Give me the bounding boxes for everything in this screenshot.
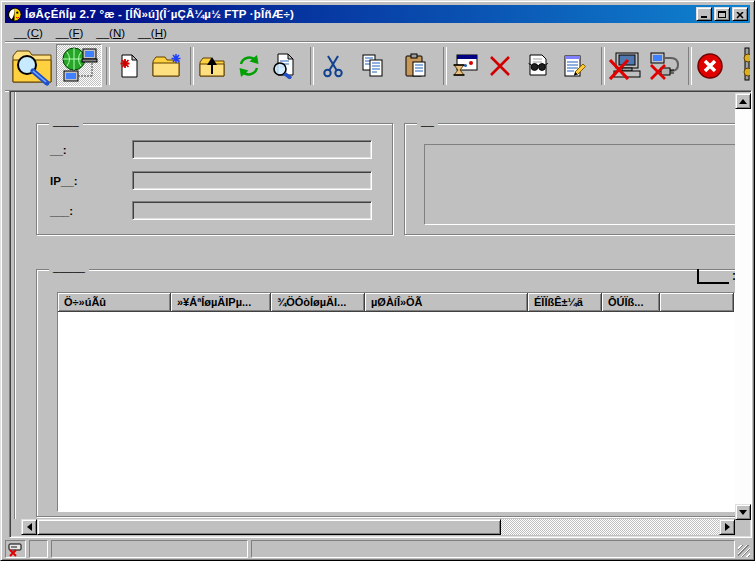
- resize-grip[interactable]: [738, 545, 750, 557]
- menu-bar: __(C) __(F) __(N) __(H): [5, 24, 750, 41]
- view-file-button[interactable]: [521, 49, 555, 83]
- app-icon: [7, 7, 22, 22]
- refresh-button[interactable]: [232, 49, 266, 83]
- title-bar[interactable]: ÍøÂçÉñÍµ 2.7 °æ - [ÍÑ»ú](Î´µÇÂ¼µ½ FTP ·þ…: [5, 5, 750, 23]
- folder-up-button[interactable]: [195, 49, 229, 83]
- close-icon: [736, 12, 744, 19]
- column-header-internet-ip[interactable]: »¥ÁªÍøµÄIPµ...: [171, 293, 271, 312]
- list-header: Ö÷»úÃû »¥ÁªÍøµÄIPµ... ¾ÖÓòÍøµÄI... µØÀíÎ…: [58, 293, 734, 312]
- toolbar: [5, 41, 750, 91]
- column-header-online-time[interactable]: ÉÏÏßÊ±¼ä: [528, 293, 602, 312]
- network-computers-button[interactable]: [56, 44, 102, 87]
- pending-task-button[interactable]: [448, 49, 482, 83]
- stop-button[interactable]: [693, 49, 727, 83]
- folder-up-icon: [198, 53, 226, 79]
- clipped-icon: [743, 46, 750, 82]
- host-list-groupbox: _____ : Ö÷»úÃû »¥ÁªÍøµÄIPµ... ¾ÖÓòÍøµÄI.…: [36, 269, 752, 517]
- minimize-icon: [701, 16, 707, 18]
- search-folder-button[interactable]: [9, 44, 55, 87]
- vertical-scrollbar[interactable]: [735, 93, 751, 520]
- field-label-1: __:: [50, 144, 67, 156]
- delete-icon: [488, 54, 512, 78]
- child-frame-line: [15, 92, 16, 519]
- toolbar-separator: [688, 47, 692, 85]
- paste-button[interactable]: [399, 49, 433, 83]
- scroll-down-button[interactable]: [735, 504, 751, 520]
- horizontal-scroll-thumb[interactable]: [37, 519, 501, 535]
- groupbox-title: _____: [49, 261, 89, 273]
- count-label: :: [697, 266, 736, 284]
- disconnect-computer-button[interactable]: [606, 49, 644, 83]
- maximize-button[interactable]: [714, 7, 730, 21]
- copy-icon: [360, 53, 386, 79]
- menu-item-n[interactable]: __(N): [92, 26, 129, 40]
- toolbar-separator: [443, 47, 447, 85]
- delete-button[interactable]: [486, 49, 514, 83]
- scroll-up-button[interactable]: [735, 93, 751, 109]
- new-folder-icon: [151, 53, 181, 79]
- groupbox-title: __: [417, 115, 438, 127]
- groupbox-title: ____: [49, 115, 83, 127]
- new-file-button[interactable]: [111, 49, 145, 83]
- field-label-ip: IP__:: [50, 175, 78, 187]
- connection-info-groupbox: ____ __: IP__: ___:: [36, 123, 393, 235]
- disconnect-computer-icon: [608, 52, 642, 80]
- view-file-icon: [525, 53, 551, 79]
- status-panel-small: [29, 540, 48, 558]
- new-file-icon: [115, 53, 141, 79]
- new-folder-button[interactable]: [149, 49, 183, 83]
- status-bar: [4, 540, 751, 559]
- status-panel-message: [51, 540, 248, 558]
- partial-glyph: [697, 269, 729, 284]
- client-area: ____ __: IP__: ___: __ _____ : Ö÷»úÃû »¥…: [9, 90, 752, 538]
- right-arrow-icon: [725, 523, 734, 531]
- edit-notes-button[interactable]: [558, 49, 592, 83]
- column-header-lan-ip[interactable]: ¾ÖÓòÍøµÄI...: [271, 293, 365, 312]
- scroll-right-button[interactable]: [719, 519, 735, 535]
- left-arrow-icon: [23, 523, 32, 531]
- cut-icon: [320, 53, 346, 79]
- close-button[interactable]: [732, 7, 748, 21]
- status-field[interactable]: [132, 201, 372, 220]
- host-list: Ö÷»úÃû »¥ÁªÍøµÄIPµ... ¾ÖÓòÍøµÄI... µØÀíÎ…: [57, 292, 735, 512]
- menu-item-f[interactable]: __(F): [52, 26, 88, 40]
- offline-drive-icon: [7, 541, 23, 557]
- column-header-online[interactable]: ÔÚÏß...: [602, 293, 660, 312]
- minimize-button[interactable]: [696, 7, 712, 21]
- clipped-toolbar-button[interactable]: [743, 46, 750, 86]
- window-title: ÍøÂçÉñÍµ 2.7 °æ - [ÍÑ»ú](Î´µÇÂ¼µ½ FTP ·þ…: [25, 8, 294, 20]
- column-header-hostname[interactable]: Ö÷»úÃû: [58, 293, 171, 312]
- horizontal-scrollbar[interactable]: [21, 519, 735, 535]
- app-window: ÍøÂçÉñÍµ 2.7 °æ - [ÍÑ»ú](Î´µÇÂ¼µ½ FTP ·þ…: [0, 0, 755, 561]
- disconnect-cable-button[interactable]: [647, 49, 683, 83]
- disconnect-cable-icon: [649, 52, 681, 80]
- pending-task-icon: [451, 53, 479, 79]
- window-controls: [696, 7, 750, 21]
- column-header-filler[interactable]: [660, 293, 734, 312]
- list-body[interactable]: [58, 312, 734, 511]
- toolbar-separator: [310, 47, 314, 85]
- stop-icon: [696, 52, 724, 80]
- copy-button[interactable]: [356, 49, 390, 83]
- preview-file-button[interactable]: [267, 49, 301, 83]
- menu-item-c[interactable]: __(C): [10, 26, 47, 40]
- preview-file-icon: [270, 53, 298, 79]
- status-icon-panel: [5, 540, 26, 558]
- scroll-left-button[interactable]: [21, 519, 37, 535]
- ip-address-field[interactable]: [132, 171, 372, 190]
- field-label-3: ___:: [50, 205, 73, 217]
- paste-icon: [403, 53, 429, 79]
- maximize-icon: [718, 11, 726, 18]
- menu-item-h[interactable]: __(H): [134, 26, 171, 40]
- toolbar-separator: [601, 47, 605, 85]
- up-arrow-icon: [739, 95, 747, 104]
- column-header-location[interactable]: µØÀíÎ»ÖÃ: [365, 293, 528, 312]
- cut-button[interactable]: [316, 49, 350, 83]
- status-panel-wide: [251, 540, 735, 558]
- toolbar-separator: [106, 47, 110, 85]
- network-computers-icon: [59, 46, 99, 86]
- info-panel: [424, 144, 752, 225]
- toolbar-separator: [190, 47, 194, 85]
- search-folder-icon: [10, 46, 54, 86]
- name-field[interactable]: [132, 140, 372, 159]
